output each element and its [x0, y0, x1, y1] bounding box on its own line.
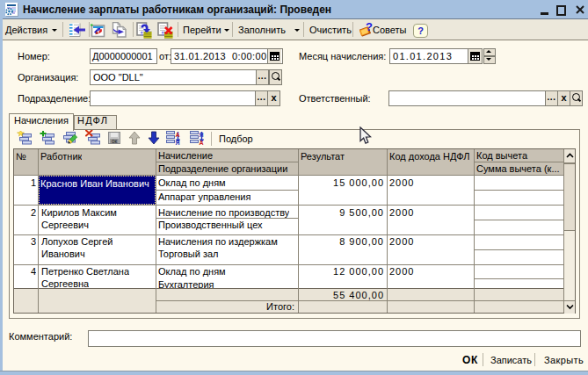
svg-text:?: ? — [366, 22, 373, 33]
